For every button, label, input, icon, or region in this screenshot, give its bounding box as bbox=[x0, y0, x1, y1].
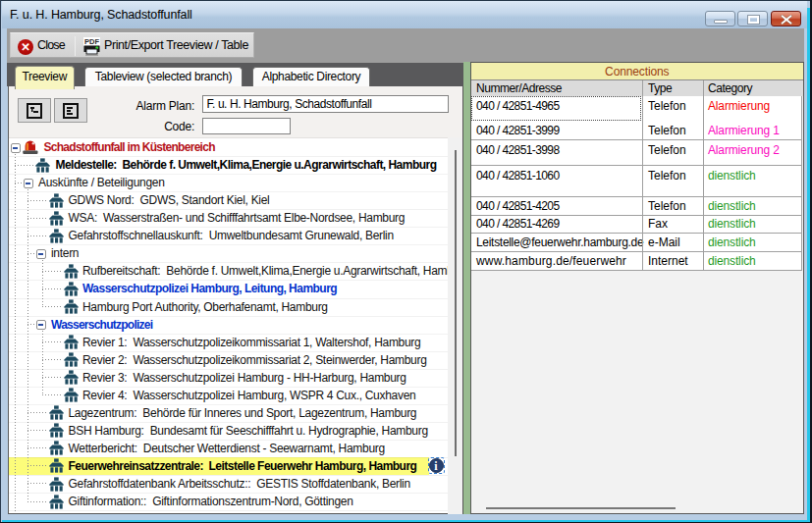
svg-text:PDF: PDF bbox=[84, 37, 99, 46]
